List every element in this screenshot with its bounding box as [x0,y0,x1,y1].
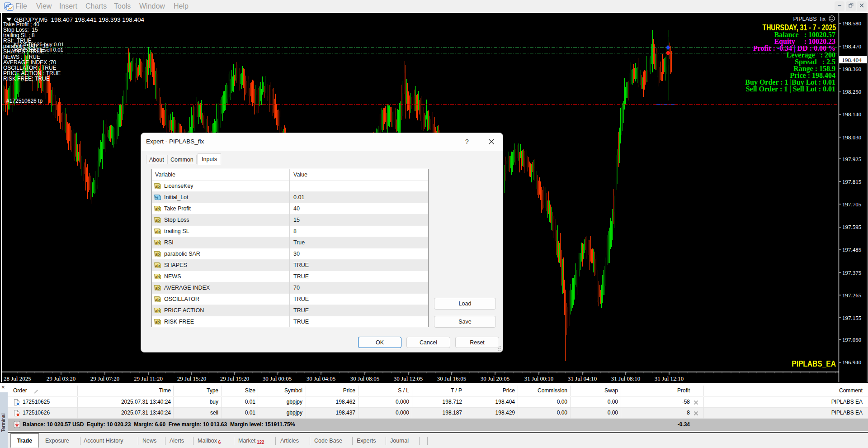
svg-text:#172510626 tp: #172510626 tp [6,98,42,104]
svg-text:28 Jul 2025: 28 Jul 2025 [4,375,31,382]
svg-text:31 Jul 12:10: 31 Jul 12:10 [655,375,684,382]
svg-text:ab: ab [155,207,160,211]
svg-text:198.404: 198.404 [842,57,862,63]
svg-text:29 Jul 03:20: 29 Jul 03:20 [47,375,75,382]
svg-text:197.155: 197.155 [842,315,861,321]
svg-text:½: ½ [155,195,158,200]
svg-text:ab: ab [155,263,160,268]
svg-text:197.375: 197.375 [842,269,861,276]
svg-text:30 Jul 00:05: 30 Jul 00:05 [263,375,292,382]
svg-text:29 Jul 11:20: 29 Jul 11:20 [134,375,163,382]
svg-text:ab: ab [155,241,160,245]
svg-text:PIPLABS_EA: PIPLABS_EA [792,359,836,369]
svg-text:197.705: 197.705 [842,201,861,208]
svg-text:ab: ab [155,184,160,189]
svg-text:#172510625 buy 0.01: #172510625 buy 0.01 [14,42,64,47]
svg-text:29 Jul 19:20: 29 Jul 19:20 [220,375,249,382]
svg-text:197.050: 197.050 [842,336,861,343]
svg-text:197.815: 197.815 [842,178,861,185]
svg-text:197.925: 197.925 [842,156,861,162]
svg-text:31 Jul 08:10: 31 Jul 08:10 [611,375,640,382]
svg-text:31 Jul 04:10: 31 Jul 04:10 [568,375,597,382]
svg-text:30 Jul 20:05: 30 Jul 20:05 [481,375,509,382]
svg-text:ab: ab [155,229,160,234]
svg-text:198.470: 198.470 [842,43,861,50]
svg-text:ab: ab [155,297,160,302]
svg-text:31 Jul 00:10: 31 Jul 00:10 [524,375,553,382]
svg-text:30 Jul 08:05: 30 Jul 08:05 [350,375,379,382]
svg-text:#172510626 sell 0.01: #172510626 sell 0.01 [14,47,63,52]
svg-text:ab: ab [155,286,160,291]
svg-text:30 Jul 16:05: 30 Jul 16:05 [437,375,466,382]
svg-text:Sell Order : 1 | Sell Lot : 0.: Sell Order : 1 | Sell Lot : 0.01 [746,85,835,93]
svg-text:RISK FREE; TRUE: RISK FREE; TRUE [3,76,50,82]
svg-text:ab: ab [155,252,160,257]
svg-text:PIPLABS_fix: PIPLABS_fix [793,16,826,22]
svg-text:ab: ab [155,275,160,279]
svg-text:198.250: 198.250 [842,88,861,95]
svg-text:ab: ab [155,218,160,223]
svg-text:30 Jul 12:05: 30 Jul 12:05 [394,375,423,382]
svg-text:197.265: 197.265 [842,292,861,299]
svg-text:198.030: 198.030 [842,134,861,141]
svg-text:197.595: 197.595 [842,224,861,230]
svg-text:197.485: 197.485 [842,246,861,253]
svg-text:198.580: 198.580 [842,20,861,27]
svg-text:196.940: 196.940 [842,359,861,366]
svg-text:198.140: 198.140 [842,111,861,118]
svg-text:29 Jul 07:20: 29 Jul 07:20 [90,375,119,382]
svg-text:ab: ab [155,309,160,313]
svg-text:29 Jul 15:20: 29 Jul 15:20 [177,375,206,382]
svg-text:30 Jul 04:05: 30 Jul 04:05 [307,375,335,382]
svg-text:198.360: 198.360 [842,66,861,72]
svg-text:ab: ab [155,320,160,324]
